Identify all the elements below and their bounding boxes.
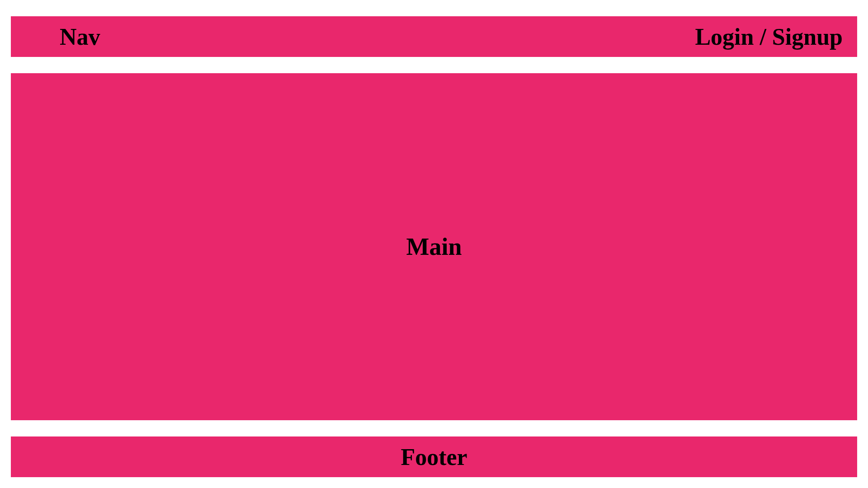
login-signup-link[interactable]: Login / Signup bbox=[695, 23, 843, 50]
footer-region: Footer bbox=[11, 436, 857, 477]
main-label: Main bbox=[406, 233, 462, 261]
footer-label: Footer bbox=[401, 444, 467, 470]
nav-label[interactable]: Nav bbox=[60, 23, 100, 50]
main-region: Main bbox=[11, 73, 857, 420]
header-bar: Nav Login / Signup bbox=[11, 16, 857, 57]
